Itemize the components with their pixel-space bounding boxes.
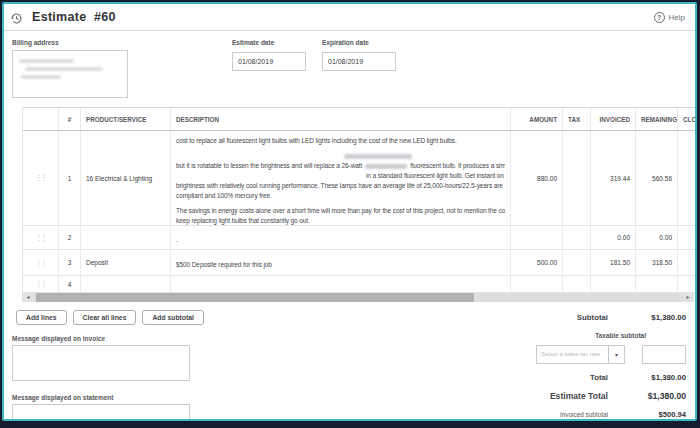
description-line: in a standard fluorescent light bulb. Ge… (176, 171, 505, 181)
totals-panel: Subtotal $1,380.00 Taxable subtotal Sele… (312, 308, 695, 421)
sales-tax-placeholder: Select a sales tax rate (536, 345, 608, 364)
tax-cell[interactable] (563, 226, 591, 249)
description-line: The savings in energy costs alone over a… (176, 206, 505, 216)
product-cell[interactable]: 16 Electrical & Lighting (81, 131, 171, 225)
page-title: Estimate #60 (32, 10, 116, 24)
bottom-left: Add lines Clear all lines Add subtotal M… (12, 308, 312, 421)
table-row[interactable]: ⋮⋮ 2 . 0.00 0.00 (23, 226, 697, 250)
description-cell[interactable]: cost to replace all fluorescent light bu… (171, 131, 511, 225)
drag-handle-icon[interactable]: ⋮⋮ (23, 250, 59, 275)
description-line: keep replacing light bulbs that constant… (176, 216, 505, 225)
col-header-invoiced: INVOICED (591, 108, 636, 130)
taxable-subtotal-label: Taxable subtotal (595, 332, 646, 339)
amount-cell[interactable]: 500.00 (511, 250, 563, 275)
product-cell[interactable] (81, 276, 171, 292)
product-cell[interactable]: Deposit (81, 250, 171, 275)
scroll-left-icon[interactable]: ◂ (22, 293, 34, 302)
help-label: Help (669, 13, 685, 22)
row-number: 3 (59, 250, 81, 275)
table-row[interactable]: ⋮⋮ 1 16 Electrical & Lighting cost to re… (23, 131, 697, 226)
description-cell[interactable]: . (171, 226, 511, 249)
handle-col-header (23, 108, 59, 130)
amount-cell[interactable]: 880.00 (511, 131, 563, 225)
invoice-message-input[interactable] (12, 345, 190, 381)
statement-message-label: Message displayed on statement (12, 394, 312, 401)
expiration-date-input[interactable] (322, 52, 396, 71)
col-header-num: # (59, 108, 81, 130)
estimate-total-value: $1,380.00 (608, 391, 686, 401)
product-cell[interactable] (81, 226, 171, 249)
help-button[interactable]: ? Help (654, 12, 685, 23)
total-value: $1,380.00 (608, 373, 686, 382)
amount-cell[interactable] (511, 226, 563, 249)
row-number: 1 (59, 131, 81, 225)
col-header-tax: TAX (563, 108, 591, 130)
remaining-cell: 318.50 (636, 250, 678, 275)
statement-message-block: Message displayed on statement (12, 394, 312, 421)
col-header-closed: CLO (678, 108, 697, 130)
subtotal-value: $1,380.00 (608, 313, 686, 322)
history-icon[interactable] (10, 11, 23, 24)
remaining-cell (636, 276, 678, 292)
redacted-address-line (21, 75, 61, 79)
estimate-total-label: Estimate Total (550, 391, 608, 401)
scrollbar-thumb[interactable] (36, 293, 474, 302)
estimate-date-field: Estimate date (232, 39, 306, 107)
add-lines-button[interactable]: Add lines (16, 310, 67, 325)
header-bar: Estimate #60 ? Help (4, 4, 695, 31)
chevron-down-icon[interactable]: ▾ (608, 345, 625, 364)
closed-cell (678, 276, 697, 292)
description-line: but it is rotatable to lessen the bright… (176, 161, 505, 171)
invoiced-cell: 181.50 (591, 250, 636, 275)
col-header-description: DESCRIPTION (171, 108, 511, 130)
drag-handle-icon[interactable]: ⋮⋮ (23, 131, 59, 225)
amount-cell[interactable] (511, 276, 563, 292)
tax-amount-input[interactable] (642, 345, 686, 364)
tax-cell[interactable] (563, 131, 591, 225)
invoice-message-label: Message displayed on invoice (12, 335, 312, 342)
description-cell[interactable] (171, 276, 511, 292)
table-row[interactable]: ⋮⋮ 4 (23, 276, 697, 293)
help-icon: ? (654, 12, 665, 23)
drag-handle-icon[interactable]: ⋮⋮ (23, 226, 59, 249)
scrollbar-track[interactable] (34, 293, 682, 302)
estimate-window: Estimate #60 ? Help Billing address Esti… (2, 2, 697, 421)
description-line: cost to replace all fluorescent light bu… (176, 136, 505, 146)
estimate-form: Billing address Estimate date Expiration… (4, 31, 695, 107)
scroll-right-icon[interactable]: ▸ (682, 293, 694, 302)
tax-cell[interactable] (563, 276, 591, 292)
billing-address-field: Billing address (12, 39, 128, 107)
redacted-text (365, 164, 407, 169)
expiration-date-label: Expiration date (322, 39, 396, 46)
expiration-date-field: Expiration date (322, 39, 396, 107)
sales-tax-select[interactable]: Select a sales tax rate ▾ (536, 345, 625, 364)
invoiced-subtotal-label: Invoiced subtotal (560, 411, 608, 418)
invoiced-cell: 0.00 (591, 226, 636, 249)
closed-cell (678, 131, 697, 225)
col-header-remaining: REMAINING (636, 108, 678, 130)
add-subtotal-button[interactable]: Add subtotal (142, 310, 204, 325)
invoiced-cell (591, 276, 636, 292)
subtotal-label: Subtotal (577, 313, 608, 322)
table-row[interactable]: ⋮⋮ 3 Deposit $500 Deposite required for … (23, 250, 697, 276)
statement-message-input[interactable] (12, 404, 190, 421)
total-label: Total (590, 373, 608, 382)
description-cell[interactable]: $500 Deposite required for this job (171, 250, 511, 275)
clear-all-lines-button[interactable]: Clear all lines (73, 310, 137, 325)
estimate-date-input[interactable] (232, 52, 306, 71)
col-header-amount: AMOUNT (511, 108, 563, 130)
invoiced-cell: 319.44 (591, 131, 636, 225)
closed-cell (678, 250, 697, 275)
row-number: 4 (59, 276, 81, 292)
billing-address-box[interactable] (12, 50, 128, 98)
horizontal-scrollbar[interactable]: ◂ ▸ (22, 293, 694, 302)
line-items-table: # PRODUCT/SERVICE DESCRIPTION AMOUNT TAX… (22, 107, 697, 293)
bottom-section: Add lines Clear all lines Add subtotal M… (4, 302, 695, 421)
line-actions: Add lines Clear all lines Add subtotal (16, 310, 312, 325)
billing-address-label: Billing address (12, 39, 128, 46)
drag-handle-icon[interactable]: ⋮⋮ (23, 276, 59, 292)
remaining-cell: 0.00 (636, 226, 678, 249)
redacted-address-line (19, 59, 74, 63)
tax-cell[interactable] (563, 250, 591, 275)
redacted-address-line (25, 67, 103, 71)
